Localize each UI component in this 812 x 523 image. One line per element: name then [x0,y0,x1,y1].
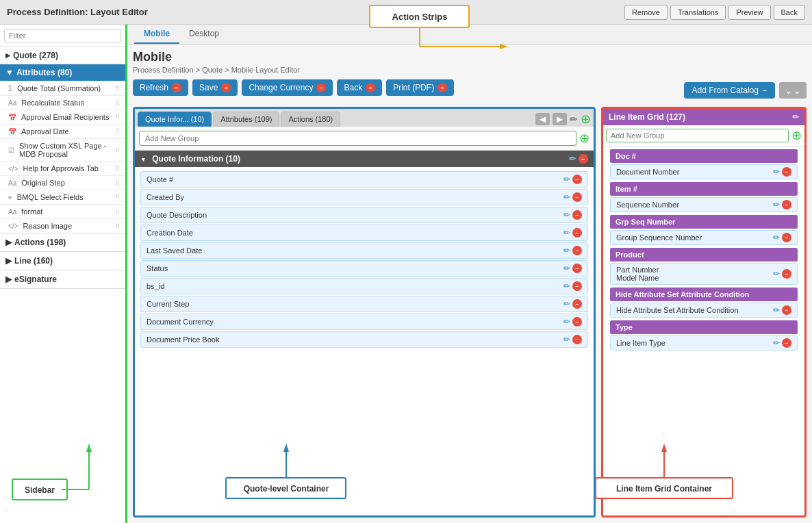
sidebar-item-original-step[interactable]: Aa Original Step ⠿ [0,175,125,190]
li-minus-icon[interactable]: − [782,233,791,242]
sidebar-item-recalculate[interactable]: Aa Recalculate Status ⠿ [0,95,125,110]
li-field-product[interactable]: Part Number Model Name ✏ − [610,263,798,285]
sidebar-item-approval-date[interactable]: 📅 Approval Date ⠿ [0,124,125,138]
add-group-plus-icon[interactable]: ⊕ [579,131,589,146]
li-field-sequence-number[interactable]: Sequence Number ✏ − [610,197,798,212]
quote-field-list: Quote # ✏ − Created By [135,167,594,352]
li-minus-icon[interactable]: − [782,269,791,279]
field-status[interactable]: Status ✏ − [140,260,588,277]
sidebar-item-approval-email[interactable]: 📅 Approval Email Recipients ⠿ [0,110,125,124]
save-button[interactable]: Save − [192,79,238,96]
li-field-group-seq[interactable]: Group Sequence Number ✏ − [610,230,798,245]
li-edit-icon[interactable]: ✏ [773,167,780,177]
field-edit-icon[interactable]: ✏ [563,228,570,238]
li-section-header-item: Item # [610,182,798,196]
li-edit-icon[interactable]: ✏ [773,269,780,279]
filter-input[interactable] [4,29,121,42]
quote-group-header[interactable]: ▼ Quote Information (10) ✏ − [135,151,594,167]
field-document-price-book[interactable]: Document Price Book ✏ − [140,331,588,348]
sidebar-item-label-format: format [21,207,42,216]
preview-button[interactable]: Preview [728,5,770,20]
tab-desktop[interactable]: Desktop [179,25,229,44]
panel-edit-button[interactable]: ✏ [570,114,578,125]
panel-tab-quote-info[interactable]: Quote Infor... (10) [138,112,212,127]
field-edit-icon[interactable]: ✏ [563,317,570,327]
print-pdf-button[interactable]: Print (PDF) − [386,79,454,96]
prev-button[interactable]: ◀ [535,113,550,125]
change-currency-button[interactable]: Change Currency − [242,79,333,96]
li-field-hide-attr[interactable]: Hide Attribute Set Attribute Condition ✏… [610,303,798,318]
panel-tab-attributes[interactable]: Attributes (109) [213,112,279,127]
field-edit-icon[interactable]: ✏ [563,210,570,220]
field-creation-date[interactable]: Creation Date ✏ − [140,225,588,241]
li-minus-icon[interactable]: − [782,200,791,209]
field-edit-icon[interactable]: ✏ [563,246,570,255]
back-button[interactable]: Back [774,5,805,20]
group-edit-icon[interactable]: ✏ [569,154,576,164]
back-strip-label: Back [344,83,362,92]
field-quote-number[interactable]: Quote # ✏ − [140,171,588,188]
li-field-document-number[interactable]: Document Number ✏ − [610,164,798,179]
field-minus-icon[interactable]: − [572,246,582,255]
field-last-saved-date[interactable]: Last Saved Date ✏ − [140,242,588,259]
field-minus-icon[interactable]: − [572,335,582,344]
panel-tab-actions[interactable]: Actions (180) [281,112,340,127]
next-button[interactable]: ▶ [553,113,567,125]
field-minus-icon[interactable]: − [572,264,582,273]
translations-button[interactable]: Translations [670,5,726,20]
drag-handle: ⠿ [115,85,120,92]
sidebar-group-attributes-header[interactable]: ▼ Attributes (80) [0,64,125,81]
sidebar-item-reason-image[interactable]: </> Reason Image ⠿ [0,218,125,233]
field-bs-id[interactable]: bs_id ✏ − [140,278,588,294]
field-minus-icon[interactable]: − [572,228,582,238]
field-edit-icon[interactable]: ✏ [563,335,570,344]
field-edit-icon[interactable]: ✏ [563,192,570,202]
li-minus-icon[interactable]: − [782,305,791,315]
sidebar-item-format[interactable]: Aa format ⠿ [0,204,125,218]
sidebar-item-quote-total[interactable]: Σ Quote Total (Summation) ⠿ [0,81,125,95]
add-group-input[interactable] [139,131,576,146]
field-minus-icon[interactable]: − [572,175,582,184]
field-current-step[interactable]: Current Step ✏ − [140,296,588,312]
line-item-edit-icon[interactable]: ✏ [792,112,799,122]
field-edit-icon[interactable]: ✏ [563,264,570,273]
field-document-currency[interactable]: Document Currency ✏ − [140,314,588,330]
field-minus-icon[interactable]: − [572,192,582,202]
sidebar-item-custom-xsl[interactable]: ☑ Show Custom XSL Page - MDB Proposal ⠿ [0,138,125,161]
sidebar-group-line[interactable]: ▶ Line (160) [0,252,125,270]
li-edit-icon[interactable]: ✏ [773,305,780,315]
remove-button[interactable]: Remove [624,5,668,20]
li-minus-icon[interactable]: − [782,338,791,348]
sidebar-item-bmql[interactable]: ≡ BMQL Select Fields ⠿ [0,190,125,204]
collapse-button[interactable]: ⌄⌄ [779,82,807,99]
field-minus-icon[interactable]: − [572,317,582,327]
li-edit-icon[interactable]: ✏ [773,233,780,242]
sidebar-group-esignature[interactable]: ▶ eSignature [0,270,125,289]
li-edit-icon[interactable]: ✏ [773,338,780,348]
li-add-group-input[interactable] [606,129,789,142]
field-edit-icon[interactable]: ✏ [563,281,570,291]
field-quote-description[interactable]: Quote Description ✏ − [140,207,588,223]
field-minus-icon[interactable]: − [572,210,582,220]
sidebar-group-quote-header[interactable]: ▶ Quote (278) [0,47,125,64]
li-field-type[interactable]: Line Item Type ✏ − [610,335,798,350]
panel-add-button[interactable]: ⊕ [581,112,591,127]
li-add-group-plus-icon[interactable]: ⊕ [791,128,802,143]
refresh-button[interactable]: Refresh − [133,79,188,96]
field-minus-icon[interactable]: − [572,281,582,291]
field-edit-icon[interactable]: ✏ [563,299,570,309]
li-edit-icon[interactable]: ✏ [773,200,780,209]
sidebar-item-help-approvals[interactable]: </> Help for Approvals Tab ⠿ [0,161,125,175]
field-edit-icon[interactable]: ✏ [563,175,570,184]
sidebar-group-actions[interactable]: ▶ Actions (198) [0,233,125,252]
li-field-icons: ✏ − [773,338,791,348]
grid-icon: ≡ [8,194,12,201]
li-minus-icon[interactable]: − [782,167,791,177]
field-created-by[interactable]: Created By ✏ − [140,189,588,205]
group-minus-icon[interactable]: − [579,154,588,164]
add-from-catalog-button[interactable]: Add From Catalog − [684,82,775,99]
field-minus-icon[interactable]: − [572,299,582,309]
code-icon-help: </> [8,165,18,173]
tab-mobile[interactable]: Mobile [134,25,179,44]
back-strip-button[interactable]: Back − [337,79,382,96]
